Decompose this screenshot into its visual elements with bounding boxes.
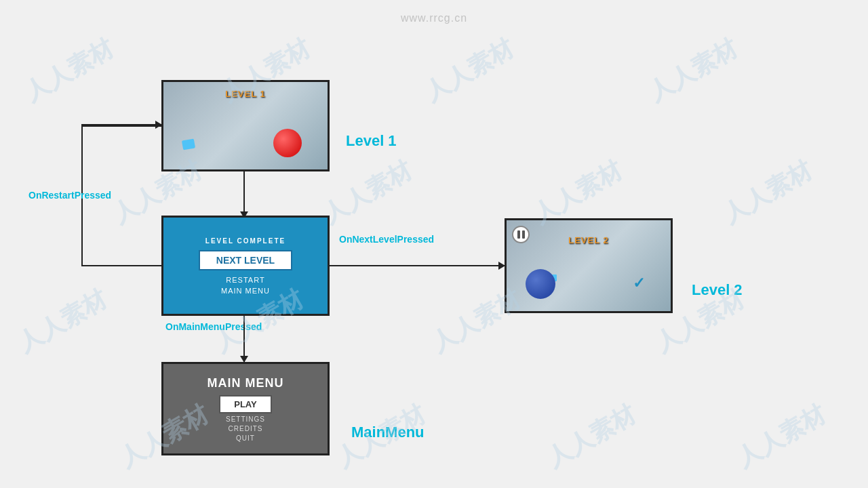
wm9: 人人素材 (12, 283, 113, 360)
wm4: 人人素材 (642, 32, 743, 109)
level1-small-object (182, 139, 195, 150)
arrow-levelcomplete-to-level2 (330, 265, 505, 266)
pause-bar-left (517, 230, 520, 239)
level1-label: Level 1 (346, 132, 397, 150)
mainmenu-scene-label: MainMenu (351, 424, 425, 441)
wm6: 人人素材 (317, 154, 418, 231)
pause-icon (512, 226, 530, 243)
restart-loop-bottom (81, 265, 163, 266)
level1-screenshot-box: LEVEL 1 (161, 80, 330, 171)
level-complete-box: LEVEL COMPLETE NEXT LEVEL RESTART MAIN M… (161, 216, 330, 316)
level2-scene: LEVEL 2 ✓ (507, 220, 671, 311)
main-menu-box: MAIN MENU PLAY SETTINGS CREDITS QUIT (161, 362, 330, 455)
main-menu-title: MAIN MENU (208, 376, 284, 390)
wm8: 人人素材 (717, 154, 818, 231)
settings-label[interactable]: SETTINGS (226, 415, 265, 423)
level2-title: LEVEL 2 (568, 235, 609, 245)
watermark-url: www.rrcg.cn (401, 12, 467, 24)
level1-title: LEVEL 1 (225, 89, 266, 99)
on-restart-pressed-label: OnRestartPressed (28, 190, 111, 201)
on-next-level-pressed-label: OnNextLevelPressed (339, 234, 434, 245)
next-level-button[interactable]: NEXT LEVEL (199, 250, 292, 270)
play-button[interactable]: PLAY (219, 395, 271, 413)
level-complete-header: LEVEL COMPLETE (205, 237, 285, 245)
on-main-menu-pressed-label: OnMainMenuPressed (165, 321, 262, 332)
arrow-level1-to-levelcomplete (243, 171, 245, 218)
restart-loop-top (81, 125, 163, 127)
wm15: 人人素材 (540, 398, 642, 475)
credits-label[interactable]: CREDITS (229, 425, 263, 432)
level2-label: Level 2 (692, 281, 743, 299)
pause-bar-right (522, 230, 525, 239)
wm1: 人人素材 (18, 32, 119, 109)
wm3: 人人素材 (418, 32, 519, 109)
wm16: 人人素材 (730, 398, 831, 475)
level2-blue-ball (526, 269, 555, 299)
level1-red-ball (273, 129, 302, 157)
arrow-levelcomplete-to-mainmenu (243, 316, 245, 362)
restart-label[interactable]: RESTART (226, 276, 264, 284)
level1-scene: LEVEL 1 (163, 82, 328, 169)
quit-label[interactable]: QUIT (236, 434, 255, 442)
diagram: www.rrcg.cn 人人素材 人人素材 人人素材 人人素材 人人素材 人人素… (0, 0, 868, 488)
level2-screenshot-box: LEVEL 2 ✓ (505, 218, 673, 313)
level2-checkmark: ✓ (633, 274, 645, 292)
main-menu-label-in-lc[interactable]: MAIN MENU (221, 287, 270, 295)
